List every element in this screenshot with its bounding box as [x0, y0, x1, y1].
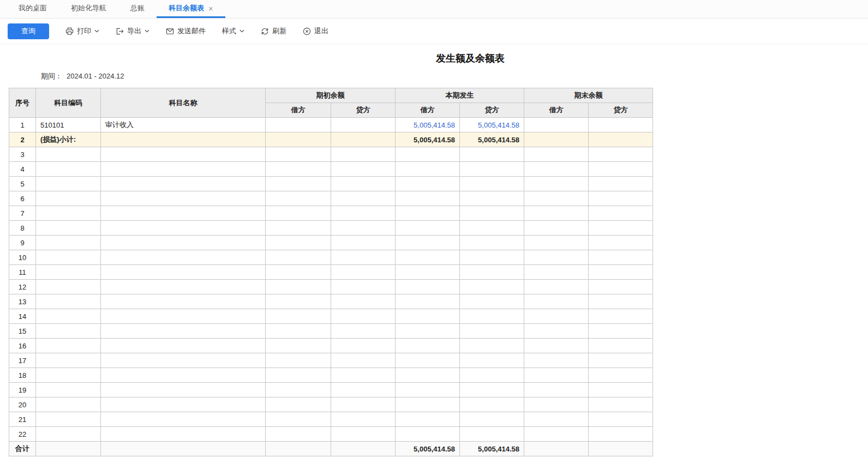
table-row[interactable]: 18	[9, 368, 653, 383]
cell-current-credit	[460, 265, 524, 280]
export-label: 导出	[127, 26, 141, 36]
cell-opening-credit	[331, 132, 396, 147]
table-row[interactable]: 9	[9, 236, 653, 250]
cell-current-credit	[460, 427, 524, 442]
cell-opening-credit	[331, 442, 396, 456]
cell-code	[36, 206, 101, 221]
cell-current-debit	[396, 294, 460, 309]
period-value: 2024.01 - 2024.12	[67, 72, 124, 80]
cell-current-credit	[460, 250, 524, 265]
cell-seq: 15	[9, 324, 36, 339]
cell-ending-debit	[524, 339, 589, 353]
cell-opening-credit	[331, 265, 396, 280]
cell-opening-credit	[331, 324, 396, 339]
cell-name	[101, 132, 266, 147]
cell-name	[101, 280, 266, 294]
table-row[interactable]: 20	[9, 397, 653, 412]
table-row[interactable]: 8	[9, 221, 653, 236]
col-header-opening-credit: 贷方	[331, 103, 396, 118]
cell-opening-credit	[331, 309, 396, 324]
cell-name	[101, 250, 266, 265]
table-row[interactable]: 5	[9, 177, 653, 191]
table-row[interactable]: 22	[9, 427, 653, 442]
send-email-button[interactable]: 发送邮件	[166, 26, 206, 36]
cell-ending-credit	[589, 412, 653, 427]
style-button[interactable]: 样式	[222, 26, 244, 36]
cell-opening-debit	[266, 118, 331, 132]
print-button[interactable]: 打印	[65, 26, 99, 36]
cell-name	[101, 309, 266, 324]
cell-ending-debit	[524, 250, 589, 265]
cell-current-credit	[460, 236, 524, 250]
table-row[interactable]: 1510101审计收入5,005,414.585,005,414.58	[9, 118, 653, 132]
cell-ending-credit	[589, 206, 653, 221]
cell-ending-credit	[589, 177, 653, 191]
cell-opening-debit	[266, 132, 331, 147]
cell-ending-credit	[589, 280, 653, 294]
chevron-down-icon	[94, 29, 99, 33]
table-row[interactable]: 12	[9, 280, 653, 294]
close-icon[interactable]: ×	[208, 4, 213, 13]
table-row[interactable]: 11	[9, 265, 653, 280]
tab-label: 初始化导航	[71, 3, 106, 13]
tab-init-navigation[interactable]: 初始化导航	[59, 0, 118, 18]
cell-ending-debit	[524, 309, 589, 324]
cell-code	[36, 280, 101, 294]
cell-name	[101, 383, 266, 397]
table-row[interactable]: 10	[9, 250, 653, 265]
cell-ending-debit	[524, 353, 589, 368]
refresh-label: 刷新	[272, 26, 286, 36]
tab-general-ledger[interactable]: 总账	[118, 0, 157, 18]
cell-code	[36, 177, 101, 191]
table-row[interactable]: 7	[9, 206, 653, 221]
cell-current-credit	[460, 412, 524, 427]
cell-ending-credit	[589, 339, 653, 353]
tab-my-desktop[interactable]: 我的桌面	[7, 0, 59, 18]
cell-seq: 13	[9, 294, 36, 309]
cell-ending-debit	[524, 206, 589, 221]
table-row[interactable]: 4	[9, 162, 653, 177]
cell-ending-debit	[524, 162, 589, 177]
cell-current-credit: 5,005,414.58	[460, 132, 524, 147]
exit-icon	[303, 27, 311, 35]
cell-current-credit	[460, 147, 524, 162]
table-row[interactable]: 3	[9, 147, 653, 162]
table-row[interactable]: 17	[9, 353, 653, 368]
query-button[interactable]: 查询	[8, 23, 49, 39]
exit-button[interactable]: 退出	[303, 26, 328, 36]
cell-current-credit[interactable]: 5,005,414.58	[460, 118, 524, 132]
tab-account-balance-table[interactable]: 科目余额表 ×	[157, 0, 225, 18]
cell-current-debit	[396, 397, 460, 412]
cell-current-credit	[460, 324, 524, 339]
table-row[interactable]: 16	[9, 339, 653, 353]
table-row[interactable]: 21	[9, 412, 653, 427]
cell-current-debit	[396, 221, 460, 236]
cell-ending-credit	[589, 191, 653, 206]
cell-code	[36, 294, 101, 309]
cell-opening-debit	[266, 397, 331, 412]
refresh-button[interactable]: 刷新	[261, 26, 286, 36]
cell-ending-debit	[524, 427, 589, 442]
cell-current-debit[interactable]: 5,005,414.58	[396, 118, 460, 132]
subtotal-row[interactable]: 2(损益)小计:5,005,414.585,005,414.58	[9, 132, 653, 147]
cell-current-credit	[460, 206, 524, 221]
cell-opening-credit	[331, 339, 396, 353]
cell-name	[101, 191, 266, 206]
cell-ending-credit	[589, 397, 653, 412]
cell-current-credit	[460, 294, 524, 309]
table-row[interactable]: 14	[9, 309, 653, 324]
export-button[interactable]: 导出	[116, 26, 149, 36]
cell-ending-debit	[524, 368, 589, 383]
cell-ending-credit	[589, 265, 653, 280]
table-row[interactable]: 6	[9, 191, 653, 206]
cell-code	[36, 412, 101, 427]
cell-name	[101, 339, 266, 353]
cell-opening-debit	[266, 294, 331, 309]
col-header-opening-debit: 借方	[266, 103, 331, 118]
cell-current-debit	[396, 339, 460, 353]
table-row[interactable]: 19	[9, 383, 653, 397]
table-row[interactable]: 13	[9, 294, 653, 309]
cell-ending-debit	[524, 442, 589, 456]
table-row[interactable]: 15	[9, 324, 653, 339]
col-header-current-period: 本期发生	[396, 88, 524, 103]
